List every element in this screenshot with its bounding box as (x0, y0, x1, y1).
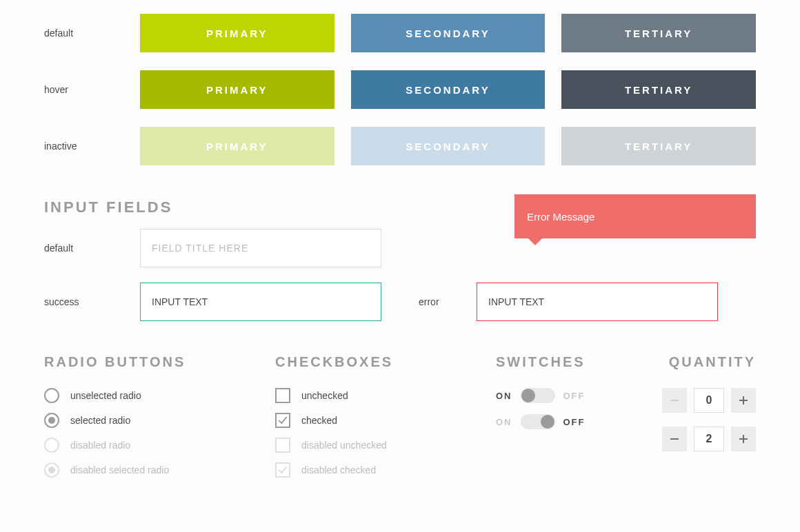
radio-label: disabled selected radio (70, 464, 169, 475)
plus-icon (738, 433, 749, 444)
tertiary-button-hover[interactable]: TERTIARY (561, 70, 756, 109)
checkbox-disabled-checked: disabled checked (275, 462, 496, 478)
plus-icon (738, 395, 749, 406)
minus-icon (669, 433, 680, 444)
section-heading-radio-buttons: RADIO BUTTONS (44, 354, 275, 370)
primary-button-default[interactable]: PRIMARY (140, 14, 334, 52)
switch-knob-icon (521, 389, 535, 402)
input-label-error: error (398, 296, 460, 307)
radio-disabled: disabled radio (44, 438, 275, 453)
radio-label: selected radio (70, 415, 130, 426)
button-row-label-inactive: inactive (44, 127, 123, 165)
switch-toggle[interactable] (521, 388, 555, 403)
section-heading-quantity: QUANTITY (634, 354, 756, 370)
section-heading-checkboxes: CHECKBOXES (275, 354, 496, 370)
quantity-value[interactable]: 0 (694, 388, 724, 413)
radio-icon (44, 413, 59, 428)
text-input-default[interactable]: FIELD TITLE HERE (140, 229, 381, 267)
radio-label: unselected radio (70, 390, 141, 401)
button-states-grid: default PRIMARY SECONDARY TERTIARY hover… (44, 14, 756, 165)
secondary-button-default[interactable]: SECONDARY (351, 14, 546, 52)
button-row-label-hover: hover (44, 70, 123, 109)
tertiary-button-default[interactable]: TERTIARY (561, 14, 756, 52)
quantity-stepper-2: 2 (634, 427, 756, 451)
quantity-increment-button[interactable] (731, 427, 756, 451)
switch-on-label: ON (496, 417, 512, 427)
checkbox-icon (275, 438, 290, 453)
switches-section: SWITCHES ON OFF ON OFF (496, 354, 634, 487)
text-input-error[interactable]: INPUT TEXT (477, 283, 718, 321)
switch-off-label: OFF (563, 417, 586, 427)
checkboxes-section: CHECKBOXES unchecked checked disabled un… (275, 354, 496, 487)
text-input-success[interactable]: INPUT TEXT (140, 283, 381, 321)
checkbox-disabled-unchecked: disabled unchecked (275, 438, 496, 453)
radio-selected[interactable]: selected radio (44, 413, 275, 428)
primary-button-inactive: PRIMARY (140, 127, 334, 165)
tertiary-button-inactive: TERTIARY (561, 127, 756, 165)
checkbox-checked[interactable]: checked (275, 413, 496, 428)
quantity-stepper-1: 0 (634, 388, 756, 413)
minus-icon (669, 395, 680, 406)
checkbox-unchecked[interactable]: unchecked (275, 388, 496, 403)
secondary-button-inactive: SECONDARY (351, 127, 546, 165)
radio-buttons-section: RADIO BUTTONS unselected radio selected … (44, 354, 275, 487)
checkbox-label: unchecked (301, 390, 348, 401)
switch-toggle[interactable] (521, 414, 555, 429)
checkbox-icon (275, 462, 290, 478)
button-row-label-default: default (44, 14, 123, 52)
primary-button-hover[interactable]: PRIMARY (140, 70, 334, 109)
checkbox-label: checked (301, 415, 337, 426)
switch-knob-icon (541, 415, 554, 429)
checkbox-icon (275, 413, 290, 428)
radio-label: disabled radio (70, 440, 130, 451)
quantity-decrement-button[interactable] (662, 388, 687, 413)
quantity-increment-button[interactable] (731, 388, 756, 413)
checkbox-icon (275, 388, 290, 403)
checkbox-label: disabled unchecked (301, 440, 387, 451)
radio-icon (44, 388, 59, 403)
input-label-success: success (44, 296, 123, 307)
quantity-value[interactable]: 2 (694, 427, 724, 451)
section-heading-switches: SWITCHES (496, 354, 634, 370)
switch-off-row: ON OFF (496, 414, 634, 429)
input-label-default: default (44, 243, 123, 254)
radio-unselected[interactable]: unselected radio (44, 388, 275, 403)
radio-disabled-selected: disabled selected radio (44, 462, 275, 478)
switch-on-row: ON OFF (496, 388, 634, 403)
radio-icon (44, 438, 59, 453)
switch-off-label: OFF (563, 391, 586, 401)
checkbox-label: disabled checked (301, 464, 376, 475)
error-tooltip: Error Message (514, 194, 756, 238)
quantity-section: QUANTITY 0 2 (634, 354, 756, 487)
input-fields-block: default FIELD TITLE HERE Error Message s… (44, 229, 756, 321)
quantity-decrement-button[interactable] (662, 427, 687, 451)
secondary-button-hover[interactable]: SECONDARY (351, 70, 546, 109)
switch-on-label: ON (496, 391, 512, 401)
radio-icon (44, 462, 59, 478)
